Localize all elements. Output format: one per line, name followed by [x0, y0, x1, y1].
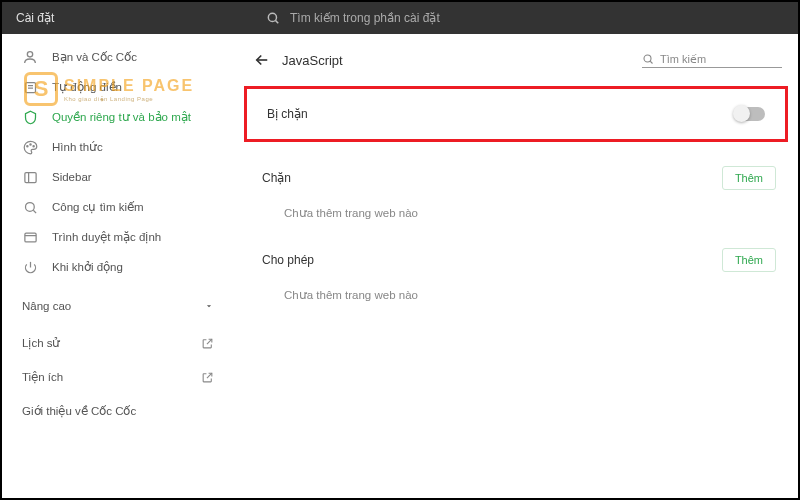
svg-rect-13	[24, 233, 35, 242]
sidebar-sub-extensions[interactable]: Tiện ích	[2, 360, 234, 394]
svg-line-12	[33, 210, 36, 213]
sidebar-item-sidebar[interactable]: Sidebar	[2, 162, 234, 192]
label: Tiện ích	[22, 370, 63, 384]
sidebar-item-label: Tự động điền	[52, 80, 234, 94]
app-header: Cài đặt	[2, 2, 798, 34]
page-header: JavaScript	[244, 44, 788, 76]
blocked-toggle[interactable]	[735, 107, 765, 121]
search-icon	[266, 11, 280, 25]
block-empty-message: Chưa thêm trang web nào	[244, 196, 788, 242]
svg-point-0	[268, 13, 276, 21]
blocked-toggle-card: Bị chặn	[244, 86, 788, 142]
blocked-label: Bị chặn	[267, 107, 308, 121]
block-section-header: Chặn Thêm	[244, 160, 788, 196]
sidebar-item-default-browser[interactable]: Trình duyệt mặc định	[2, 222, 234, 252]
search-icon	[642, 53, 654, 65]
power-icon	[22, 259, 38, 275]
svg-line-16	[650, 61, 652, 63]
global-search-input[interactable]	[290, 11, 798, 25]
sidebar-item-privacy[interactable]: Quyền riêng tư và bảo mật	[2, 102, 234, 132]
allow-add-button[interactable]: Thêm	[722, 248, 776, 272]
block-section-title: Chặn	[262, 171, 291, 185]
label: Lịch sử	[22, 336, 61, 350]
browser-icon	[22, 229, 38, 245]
sidebar-advanced-toggle[interactable]: Nâng cao	[2, 288, 234, 324]
allow-section-header: Cho phép Thêm	[244, 242, 788, 278]
page-search-input[interactable]	[660, 53, 798, 65]
palette-icon	[22, 139, 38, 155]
sidebar-item-label: Sidebar	[52, 171, 234, 183]
sidebar: S SIMPLE PAGE Kho giao diện Landing Page…	[2, 34, 234, 498]
sidebar-item-autofill[interactable]: Tự động điền	[2, 72, 234, 102]
svg-point-11	[25, 202, 34, 211]
allow-empty-message: Chưa thêm trang web nào	[244, 278, 788, 324]
advanced-label: Nâng cao	[22, 300, 71, 312]
sidebar-sub-about[interactable]: Giới thiệu về Cốc Cốc	[2, 394, 234, 428]
label: Giới thiệu về Cốc Cốc	[22, 404, 136, 418]
sidebar-item-on-startup[interactable]: Khi khởi động	[2, 252, 234, 282]
shield-icon	[22, 109, 38, 125]
sidebar-icon	[22, 169, 38, 185]
global-search[interactable]	[266, 11, 798, 25]
sidebar-item-label: Công cụ tìm kiếm	[52, 200, 234, 214]
sidebar-item-label: Quyền riêng tư và bảo mật	[52, 110, 234, 124]
sidebar-item-label: Khi khởi động	[52, 260, 234, 274]
svg-point-15	[644, 55, 651, 62]
sidebar-item-label: Bạn và Cốc Cốc	[52, 50, 234, 64]
allow-section-title: Cho phép	[262, 253, 314, 267]
sidebar-item-you[interactable]: Bạn và Cốc Cốc	[2, 42, 234, 72]
svg-point-2	[27, 52, 32, 57]
block-add-button[interactable]: Thêm	[722, 166, 776, 190]
sidebar-item-label: Hình thức	[52, 140, 234, 154]
sidebar-item-label: Trình duyệt mặc định	[52, 230, 234, 244]
sidebar-item-search-engine[interactable]: Công cụ tìm kiếm	[2, 192, 234, 222]
main-content: JavaScript Bị chặn Chặn Thêm Chưa thêm	[234, 34, 798, 498]
sidebar-sub-history[interactable]: Lịch sử	[2, 326, 234, 360]
toggle-knob	[733, 105, 750, 122]
open-external-icon	[201, 371, 214, 384]
svg-rect-9	[24, 172, 35, 182]
svg-line-1	[276, 21, 279, 24]
user-icon	[22, 49, 38, 65]
sidebar-item-appearance[interactable]: Hình thức	[2, 132, 234, 162]
app-title: Cài đặt	[2, 11, 266, 25]
chevron-down-icon	[204, 301, 214, 311]
svg-point-6	[26, 145, 27, 146]
open-external-icon	[201, 337, 214, 350]
back-button[interactable]	[250, 48, 274, 72]
page-title: JavaScript	[282, 53, 642, 68]
svg-point-8	[33, 145, 34, 146]
svg-point-7	[29, 143, 30, 144]
search-icon	[22, 199, 38, 215]
page-search[interactable]	[642, 53, 782, 68]
autofill-icon	[22, 79, 38, 95]
